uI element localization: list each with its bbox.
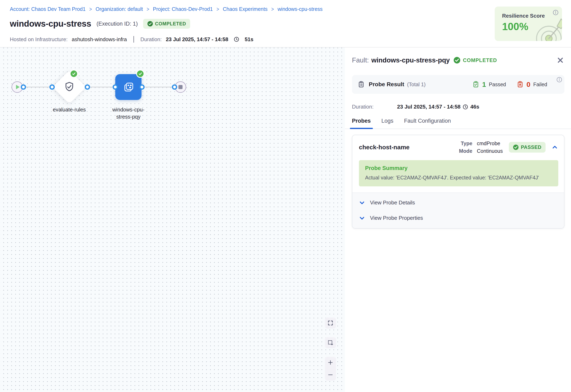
probe-card-footer: View Probe Details View Probe Properties <box>352 193 564 228</box>
port <box>49 84 55 90</box>
close-panel-button[interactable] <box>556 56 564 64</box>
failed-count-group: 0 Failed <box>517 81 547 88</box>
panel-tabs: Probes Logs Fault Configuration <box>345 118 571 129</box>
duration-seconds: 51s <box>245 36 254 42</box>
info-icon[interactable] <box>553 9 559 15</box>
zoom-in-button[interactable] <box>328 360 333 365</box>
duration-seconds: 46s <box>470 104 479 110</box>
fault-duration-row: Duration: 23 Jul 2025, 14:57 - 14:58 46s <box>352 104 564 110</box>
probe-summary-box: Probe Summary Actual value: 'EC2AMAZ-QMV… <box>359 160 558 186</box>
fault-name: windows-cpu-stress-pqy <box>371 56 450 64</box>
port <box>85 84 90 90</box>
port <box>172 84 177 90</box>
fault-status-completed: COMPLETED <box>453 57 497 64</box>
edge-fault-stop <box>142 87 175 87</box>
clipboard-icon <box>358 81 365 88</box>
marquee-select-icon <box>327 340 333 346</box>
port <box>139 84 145 90</box>
divider <box>134 36 134 42</box>
clipboard-check-icon <box>472 81 479 88</box>
breadcrumb: Account: Chaos Dev Team Prod1 > Organiza… <box>10 6 323 12</box>
probe-result-title: Probe Result <box>369 81 404 88</box>
chevron-down-icon <box>359 215 365 221</box>
status-badge: COMPLETED <box>143 19 190 29</box>
breadcrumb-project[interactable]: Project: Chaos-Dev-Prod1 <box>153 6 213 12</box>
fault-node-label: windows-cpu-stress-pqy <box>107 106 150 120</box>
fullscreen-icon <box>327 320 333 326</box>
probe-mode-label: Mode <box>459 148 472 154</box>
fault-node[interactable] <box>115 74 141 100</box>
execution-id: (Execution ID: 1) <box>97 21 138 27</box>
fault-success-badge <box>136 70 144 78</box>
probe-summary-title: Probe Summary <box>365 165 552 171</box>
clock-icon <box>463 104 468 110</box>
check-circle-icon <box>453 57 460 64</box>
check-circle-icon <box>147 21 153 27</box>
probe-mode-value: Continuous <box>477 148 503 154</box>
breadcrumb-account[interactable]: Account: Chaos Dev Team Prod1 <box>10 6 86 12</box>
stop-icon <box>179 85 182 89</box>
port <box>113 84 118 90</box>
probe-type-label: Type <box>459 140 472 146</box>
duration-label: Duration: <box>352 104 397 110</box>
probe-status-badge: PASSED <box>509 142 546 153</box>
duration-value: 23 Jul 2025, 14:57 - 14:58 <box>166 36 228 42</box>
fullscreen-button[interactable] <box>325 317 336 329</box>
passed-count-group: 1 Passed <box>472 81 506 88</box>
probe-card: check-host-name Type cmdProbe Mode Conti… <box>352 135 564 229</box>
close-icon <box>557 57 564 63</box>
hosted-label: Hosted on Infrastructure: <box>10 36 68 42</box>
page-header: Account: Chaos Dev Team Prod1 > Organiza… <box>0 0 571 47</box>
probe-type-value: cmdProbe <box>477 140 503 146</box>
evaluate-node-label: evaluate-rules <box>45 106 94 113</box>
breadcrumb-organization[interactable]: Organization: default <box>96 6 143 12</box>
breadcrumb-chaos-experiments[interactable]: Chaos Experiments <box>223 6 268 12</box>
pipeline-canvas[interactable]: evaluate-rules windows-cpu-stress-pqy <box>0 47 345 392</box>
collapse-probe-button[interactable] <box>551 143 559 151</box>
view-probe-properties[interactable]: View Probe Properties <box>352 210 564 226</box>
breadcrumb-separator: > <box>89 6 92 13</box>
selection-mode-button[interactable] <box>325 337 336 348</box>
breadcrumb-current[interactable]: windows-cpu-stress <box>277 6 323 12</box>
failed-count: 0 <box>526 81 530 88</box>
resilience-score-value: 100% <box>502 21 562 33</box>
evaluate-success-badge <box>70 70 78 78</box>
port <box>21 84 26 90</box>
edge-start-evaluate <box>23 87 52 87</box>
breadcrumb-separator: > <box>147 6 149 13</box>
breadcrumb-separator: > <box>216 6 219 13</box>
passed-count: 1 <box>482 81 486 88</box>
zoom-out-button[interactable] <box>328 372 333 378</box>
tab-logs[interactable]: Logs <box>381 118 394 129</box>
evaluate-rules-node[interactable] <box>53 70 86 104</box>
probe-name: check-host-name <box>359 144 410 151</box>
info-icon[interactable] <box>556 77 562 83</box>
fault-label: Fault: <box>352 56 369 64</box>
probe-card-header[interactable]: check-host-name Type cmdProbe Mode Conti… <box>352 135 564 158</box>
zoom-controls <box>325 357 336 380</box>
probe-result-summary: Probe Result (Total 1) 1 Passed 0 Failed <box>352 75 564 94</box>
breadcrumb-separator: > <box>271 6 274 13</box>
resilience-score-card: Resilience Score 100% <box>495 7 562 41</box>
clipboard-x-icon <box>517 81 524 88</box>
chevron-up-icon <box>552 144 558 150</box>
chaos-fault-icon <box>122 81 135 93</box>
probe-result-total: (Total 1) <box>407 82 426 87</box>
view-probe-details[interactable]: View Probe Details <box>352 195 564 210</box>
duration-label: Duration: <box>140 36 162 42</box>
chevron-down-icon <box>359 200 365 206</box>
check-circle-icon <box>513 144 519 150</box>
tab-fault-configuration[interactable]: Fault Configuration <box>404 118 451 129</box>
passed-label: Passed <box>489 82 506 87</box>
fault-details-panel: Fault: windows-cpu-stress-pqy COMPLETED … <box>345 47 571 392</box>
play-icon <box>16 85 20 89</box>
clock-icon <box>234 36 239 42</box>
failed-label: Failed <box>533 82 547 87</box>
infrastructure-name: ashutosh-windows-infra <box>72 36 127 42</box>
edge-evaluate-fault <box>87 87 116 87</box>
tab-probes[interactable]: Probes <box>352 118 371 129</box>
duration-value: 23 Jul 2025, 14:57 - 14:58 <box>397 104 460 110</box>
page-title: windows-cpu-stress <box>10 19 91 29</box>
probe-summary-text: Actual value: 'EC2AMAZ-QMVAF4J'. Expecte… <box>365 175 552 181</box>
